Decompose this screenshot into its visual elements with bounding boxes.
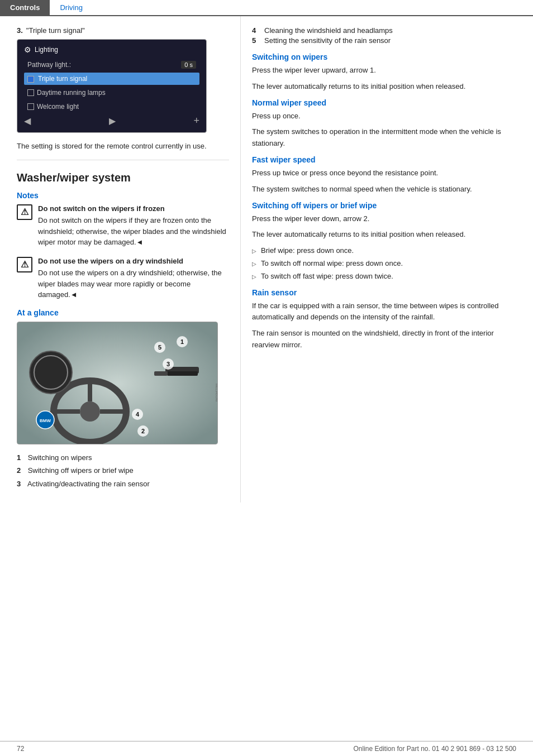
right-item-4: 4 Cleaning the windshield and headlamps (252, 26, 516, 35)
left-column: 3. "Triple turn signal" ⚙ Lighting Pathw… (0, 16, 240, 503)
screen-title: Lighting (35, 46, 58, 54)
fast-speed-p1: Press up twice or press once beyond the … (252, 168, 516, 179)
item3-caption: The setting is stored for the remote con… (17, 141, 229, 152)
svg-text:BMW: BMW (40, 418, 51, 423)
item-3: 3. "Triple turn signal" ⚙ Lighting Pathw… (17, 26, 229, 152)
warning-text-2: Do not use the wipers on a dry windshiel… (38, 256, 229, 300)
rain-sensor-p2: The rain sensor is mounted on the windsh… (252, 328, 516, 351)
svg-point-2 (80, 401, 100, 422)
normal-speed-p2: The system switches to operation in the … (252, 126, 516, 150)
lighting-screen: ⚙ Lighting Pathway light.: 0 s Triple tu… (17, 39, 207, 133)
normal-speed-p1: Press up once. (252, 111, 516, 122)
svg-text:3: 3 (166, 361, 170, 367)
section-washer-heading: Washer/wiper system (17, 171, 229, 184)
pathway-label: Pathway light.: (27, 61, 71, 69)
divider-1 (17, 160, 229, 160)
right-item-5-text: Setting the sensitivity of the rain sens… (264, 36, 391, 45)
list-item-3: 3 Activating/deactivating the rain senso… (17, 479, 229, 490)
warning-text-1: Do not switch on the wipers if frozen Do… (38, 203, 229, 248)
svg-text:4: 4 (136, 411, 140, 418)
pathway-row: Pathway light.: 0 s (24, 59, 199, 71)
svg-text:5: 5 (158, 344, 161, 351)
header: Controls Driving (0, 0, 533, 16)
page-number: 72 (17, 745, 24, 753)
rain-sensor-heading: Rain sensor (252, 288, 516, 297)
notes-heading: Notes (17, 191, 229, 200)
welcome-checkbox (27, 103, 34, 110)
list-text-2: Switching off wipers or brief wipe (28, 466, 134, 475)
normal-speed-heading: Normal wiper speed (252, 98, 516, 107)
tab-driving[interactable]: Driving (50, 0, 92, 15)
switching-off-p1: Press the wiper lever down, arrow 2. (252, 213, 516, 225)
right-item-5: 5 Setting the sensitivity of the rain se… (252, 36, 516, 45)
list-item-1: 1 Switching on wipers (17, 452, 229, 463)
switching-off-p2: The lever automatically returns to its i… (252, 229, 516, 241)
pathway-value: 0 s (181, 61, 196, 69)
tab-controls[interactable]: Controls (0, 0, 50, 15)
fast-speed-p2: The system switches to normal speed when… (252, 184, 516, 195)
screen-nav: ◀ ▶ + (24, 115, 199, 127)
warning-block-2: ⚠ Do not use the wipers on a dry windshi… (17, 256, 229, 300)
list-num-3: 3 (17, 479, 26, 490)
triple-turn-row: Triple turn signal (24, 73, 199, 85)
list-text-3: Activating/deactivating the rain sensor (27, 480, 150, 488)
warning-title-1: Do not switch on the wipers if frozen (38, 203, 229, 214)
svg-rect-10 (154, 371, 168, 376)
svg-text:M01345ONI: M01345ONI (215, 384, 218, 402)
rain-sensor-p1: If the car is equipped with a rain senso… (252, 300, 516, 324)
list-item-2: 2 Switching off wipers or brief wipe (17, 465, 229, 476)
switching-on-p2: The lever automatically returns to its i… (252, 81, 516, 93)
lighting-icon: ⚙ (24, 45, 31, 54)
warning-body-1: Do not switch on the wipers if they are … (38, 215, 229, 248)
warning-body-2: Do not use the wipers on a dry windshiel… (38, 267, 229, 300)
triple-turn-label: Triple turn signal (38, 75, 196, 83)
list-num-1: 1 (17, 452, 26, 463)
footer: 72 Online Edition for Part no. 01 40 2 9… (0, 741, 533, 756)
switching-on-heading: Switching on wipers (252, 52, 516, 61)
svg-text:1: 1 (180, 338, 184, 345)
nav-plus-icon[interactable]: + (193, 115, 199, 127)
right-column: 4 Cleaning the windshield and headlamps … (240, 16, 533, 503)
dashboard-image: 1 2 3 4 5 BMW M01345ONI (17, 322, 218, 444)
fast-speed-heading: Fast wiper speed (252, 155, 516, 164)
warning-title-2: Do not use the wipers on a dry windshiel… (38, 256, 229, 267)
nav-right-icon[interactable]: ▶ (109, 116, 116, 126)
item3-title: "Triple turn signal" (26, 26, 85, 35)
item3-number: 3. (17, 26, 23, 35)
svg-point-6 (30, 351, 72, 394)
triple-turn-checkbox (27, 75, 37, 83)
bullet-item-3: To switch off fast wipe: press down twic… (252, 271, 516, 283)
edition-text: Online Edition for Part no. 01 40 2 901 … (353, 745, 516, 753)
switching-on-p1: Press the wiper lever upward, arrow 1. (252, 65, 516, 76)
main-content: 3. "Triple turn signal" ⚙ Lighting Pathw… (0, 16, 533, 503)
screen-header: ⚙ Lighting (24, 45, 199, 54)
welcome-row: Welcome light (24, 101, 199, 113)
daytime-checkbox (27, 89, 34, 96)
svg-rect-9 (167, 371, 198, 376)
welcome-label: Welcome light (37, 103, 196, 111)
warning-icon-2: ⚠ (17, 257, 32, 272)
daytime-row: Daytime running lamps (24, 87, 199, 99)
glance-list: 1 Switching on wipers 2 Switching off wi… (17, 452, 229, 490)
bullet-item-1: Brief wipe: press down once. (252, 245, 516, 257)
warning-icon-1: ⚠ (17, 204, 32, 220)
list-text-1: Switching on wipers (28, 453, 92, 462)
warning-block-1: ⚠ Do not switch on the wipers if frozen … (17, 203, 229, 248)
list-num-2: 2 (17, 465, 26, 476)
bullet-item-2: To switch off normal wipe: press down on… (252, 258, 516, 270)
switching-off-bullets: Brief wipe: press down once. To switch o… (252, 245, 516, 282)
nav-left-icon[interactable]: ◀ (24, 116, 31, 126)
switching-off-heading: Switching off wipers or brief wipe (252, 201, 516, 210)
dashboard-svg: 1 2 3 4 5 BMW M01345ONI (17, 322, 218, 444)
daytime-label: Daytime running lamps (37, 89, 196, 97)
at-a-glance-heading: At a glance (17, 308, 229, 317)
svg-text:2: 2 (141, 428, 145, 434)
right-item-4-text: Cleaning the windshield and headlamps (264, 26, 393, 35)
